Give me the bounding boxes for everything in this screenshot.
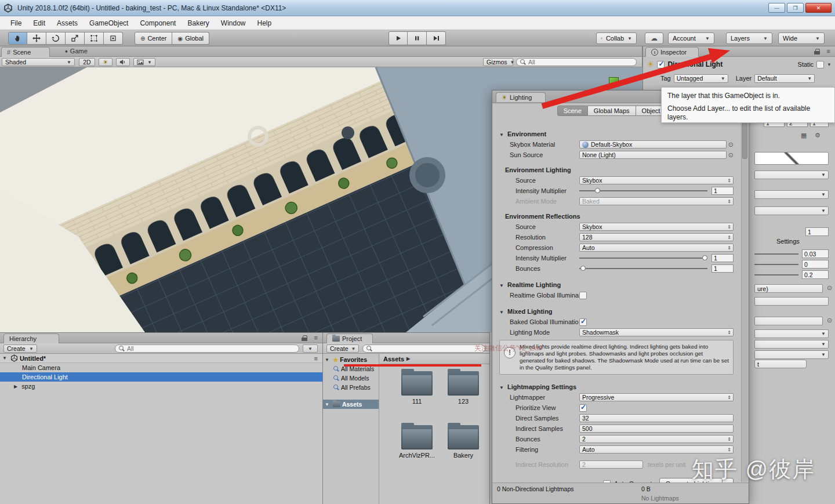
object-picker-icon[interactable]: ⊙ — [827, 317, 832, 324]
slider-track[interactable] — [579, 268, 707, 269]
layout-dropdown[interactable]: Wide▼ — [778, 32, 825, 44]
partial-value-field[interactable]: 1 — [805, 227, 829, 236]
tab-lighting[interactable]: ☀Lighting — [496, 92, 546, 102]
skybox-material-field[interactable]: Default-Skybox — [579, 140, 727, 148]
layer-dropdown[interactable]: Default▼ — [754, 74, 815, 83]
minimize-button[interactable]: — — [768, 3, 785, 13]
env-reflections-source-dropdown[interactable]: Skybox⇕ — [579, 223, 734, 231]
object-picker-icon[interactable]: ⊙ — [728, 141, 734, 148]
transform-tool-button[interactable] — [104, 32, 123, 45]
lock-icon[interactable] — [302, 335, 307, 340]
lightmapping-settings-header[interactable]: ▼ Lightmapping Settings — [492, 382, 740, 392]
foldout-icon[interactable]: ▼ — [325, 357, 329, 362]
tab-hierarchy[interactable]: Hierarchy — [3, 333, 59, 343]
enabled-checkbox[interactable] — [657, 61, 665, 68]
partial-object-field[interactable]: ure) — [754, 284, 823, 293]
2d-toggle-button[interactable]: 2D — [79, 58, 95, 66]
hierarchy-filter-button[interactable]: ▼ — [303, 345, 318, 353]
folder-archvizpro[interactable]: ArchVizPR... — [396, 425, 438, 459]
slider-track[interactable] — [754, 253, 798, 255]
slider-track[interactable] — [754, 264, 798, 265]
folder-123[interactable]: 123 — [442, 371, 484, 405]
partial-field[interactable] — [754, 297, 829, 306]
partial-dropdown[interactable]: ▼ — [754, 171, 829, 179]
reflections-intensity-value[interactable]: 1 — [711, 254, 734, 262]
hand-tool-button[interactable] — [8, 32, 27, 45]
sun-source-field[interactable]: None (Light) — [579, 151, 727, 159]
foldout-icon[interactable]: ▼ — [499, 283, 504, 288]
hierarchy-create-dropdown[interactable]: Create▼ — [3, 345, 37, 353]
lighting-tab-global-maps[interactable]: Global Maps — [588, 106, 636, 116]
partial-dropdown[interactable]: ▼ — [754, 206, 829, 215]
account-dropdown[interactable]: Account▼ — [668, 32, 714, 44]
menu-assets[interactable]: Assets — [51, 16, 84, 30]
gizmos-dropdown[interactable]: Gizmos▼ — [483, 58, 513, 66]
partial-object-field[interactable] — [754, 317, 823, 325]
scene-effects-dropdown[interactable]: ▼ — [133, 58, 155, 66]
partial-dropdown[interactable]: ▼ — [754, 190, 829, 199]
slider-thumb[interactable] — [702, 255, 707, 260]
lightmapping-bounces-dropdown[interactable]: 2⇕ — [579, 435, 734, 443]
partial-button[interactable]: t — [754, 360, 807, 368]
partial-value-field[interactable]: 0.2 — [802, 270, 829, 279]
menu-help[interactable]: Help — [252, 16, 278, 30]
foldout-icon[interactable]: ▼ — [499, 132, 504, 137]
project-search-input[interactable] — [375, 345, 481, 352]
menu-bakery[interactable]: Bakery — [181, 16, 215, 30]
project-create-dropdown[interactable]: Create▼ — [326, 345, 359, 353]
lightmapper-dropdown[interactable]: Progressive⇕ — [579, 393, 734, 401]
hierarchy-search-field[interactable] — [115, 345, 299, 353]
tab-scene[interactable]: #Scene — [1, 47, 50, 57]
favorites-header[interactable]: ▼★Favorites — [323, 355, 379, 364]
foldout-icon[interactable]: ▼ — [2, 356, 7, 361]
step-button[interactable] — [427, 31, 446, 45]
foldout-icon[interactable]: ▼ — [499, 385, 504, 390]
partial-dropdown[interactable]: ▼ — [754, 340, 829, 349]
rotate-tool-button[interactable] — [46, 32, 66, 45]
hierarchy-item-directional-light[interactable]: Directional Light — [0, 372, 322, 382]
compression-dropdown[interactable]: Auto⇕ — [579, 244, 734, 252]
layout-grid-icon[interactable]: ▦ — [801, 132, 807, 139]
gear-icon[interactable]: ⚙ — [815, 132, 821, 139]
orientation-global-button[interactable]: ◉Global — [172, 32, 209, 45]
collab-dropdown[interactable]: Collab▼ — [596, 32, 637, 44]
rect-tool-button[interactable] — [85, 32, 104, 45]
scene-gizmo-cube[interactable] — [609, 77, 619, 87]
maximize-button[interactable]: ❐ — [787, 3, 804, 13]
tag-dropdown[interactable]: Untagged▼ — [674, 74, 728, 83]
folder-bakery[interactable]: Bakery — [442, 425, 484, 459]
env-lighting-source-dropdown[interactable]: Skybox⇕ — [579, 176, 734, 184]
lighting-mode-dropdown[interactable]: Shadowmask⇕ — [579, 328, 734, 336]
breadcrumb[interactable]: Assets▶ — [380, 354, 489, 364]
direct-samples-field[interactable]: 32 — [579, 414, 734, 422]
color-field[interactable] — [754, 152, 829, 165]
scale-tool-button[interactable] — [66, 32, 85, 45]
menu-window[interactable]: Window — [215, 16, 252, 30]
object-picker-icon[interactable]: ⊙ — [728, 151, 734, 159]
hierarchy-item-main-camera[interactable]: Main Camera — [0, 363, 322, 372]
realtime-gi-checkbox[interactable] — [579, 292, 587, 299]
environment-header[interactable]: ▼ Environment — [492, 129, 740, 139]
reflections-intensity-slider[interactable]: 1 — [579, 254, 734, 262]
reflections-bounces-value[interactable]: 1 — [711, 264, 734, 273]
pause-button[interactable] — [408, 31, 427, 45]
slider-thumb[interactable] — [580, 266, 586, 271]
project-search-field[interactable] — [362, 345, 485, 353]
lighting-tab-scene[interactable]: Scene — [557, 106, 588, 116]
panel-menu-icon[interactable]: ≡ — [827, 48, 830, 55]
foldout-icon[interactable]: ▼ — [499, 310, 504, 315]
partial-dropdown[interactable]: ▼ — [754, 329, 829, 338]
tab-inspector[interactable]: iInspector — [645, 47, 699, 57]
partial-value-field[interactable]: 0 — [802, 260, 829, 269]
scene-search-field[interactable] — [516, 58, 637, 66]
menu-file[interactable]: File — [5, 16, 27, 30]
tab-game[interactable]: ●Game — [65, 48, 88, 55]
resolution-dropdown[interactable]: 128⇕ — [579, 233, 734, 241]
move-tool-button[interactable] — [27, 32, 46, 45]
intensity-slider[interactable]: 1 — [579, 187, 734, 195]
scene-audio-toggle[interactable] — [116, 58, 130, 66]
cloud-button[interactable]: ☁ — [645, 32, 663, 44]
folder-111[interactable]: 111 — [396, 371, 438, 405]
scene-header-row[interactable]: ▼ Untitled* ≡ — [0, 354, 322, 363]
shading-mode-dropdown[interactable]: Shaded▼ — [2, 58, 75, 66]
